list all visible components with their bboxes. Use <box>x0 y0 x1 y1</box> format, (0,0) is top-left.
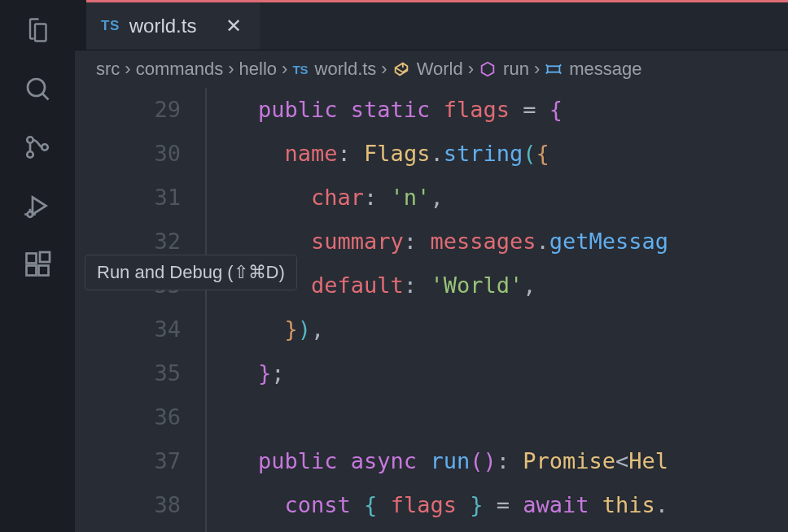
svg-rect-10 <box>27 266 37 276</box>
run-and-debug-icon[interactable] <box>22 190 53 221</box>
close-tab-icon[interactable]: ✕ <box>225 15 242 37</box>
typescript-badge-icon: TS <box>101 18 120 34</box>
code-line[interactable]: name: Flags.string({ <box>205 132 788 176</box>
line-number: 37 <box>75 439 181 483</box>
svg-rect-12 <box>40 252 50 262</box>
svg-rect-11 <box>39 266 49 276</box>
code-line[interactable]: public async run(): Promise<Hel <box>205 439 788 483</box>
svg-rect-13 <box>548 66 560 72</box>
breadcrumb-item[interactable]: src <box>96 59 120 80</box>
breadcrumb-label: commands <box>136 59 224 80</box>
line-number: 29 <box>75 88 181 132</box>
svg-point-0 <box>28 79 45 96</box>
run-and-debug-tooltip: Run and Debug (⇧⌘D) <box>85 255 297 290</box>
code-line[interactable]: }; <box>205 351 788 395</box>
activity-bar <box>0 0 75 532</box>
svg-point-5 <box>28 211 33 217</box>
svg-rect-9 <box>27 254 37 264</box>
breadcrumb-item[interactable]: run <box>479 59 529 80</box>
breadcrumb-label: src <box>96 59 120 80</box>
breadcrumb[interactable]: src›commands›hello›TSworld.ts›World›run›… <box>75 50 788 88</box>
breadcrumb-item[interactable]: commands <box>136 59 224 80</box>
code-line[interactable]: char: 'n', <box>205 176 788 220</box>
code-line[interactable]: const { flags } = await this. <box>205 483 788 527</box>
line-number: 30 <box>75 132 181 176</box>
chevron-right-icon: › <box>125 59 130 80</box>
code-line[interactable]: }), <box>205 307 788 351</box>
svg-point-2 <box>27 137 33 143</box>
line-number: 36 <box>75 395 181 439</box>
code-line[interactable]: public static flags = { <box>205 88 788 132</box>
search-icon[interactable] <box>22 73 53 104</box>
explorer-icon[interactable] <box>22 15 53 46</box>
svg-line-1 <box>42 94 49 100</box>
breadcrumb-label: hello <box>239 59 277 80</box>
tab-bar: TS world.ts ✕ <box>75 0 788 50</box>
extensions-icon[interactable] <box>22 249 53 280</box>
svg-point-4 <box>42 144 48 150</box>
breadcrumb-label: world.ts <box>315 59 377 80</box>
chevron-right-icon: › <box>468 59 474 80</box>
breadcrumb-label: World <box>417 59 463 80</box>
chevron-right-icon: › <box>228 59 234 80</box>
source-control-icon[interactable] <box>22 132 53 163</box>
tab-world-ts[interactable]: TS world.ts ✕ <box>86 2 260 50</box>
breadcrumb-item[interactable]: hello <box>239 59 277 80</box>
code-editor[interactable]: 29303132333435363738 public static flags… <box>75 88 788 532</box>
breadcrumb-label: message <box>569 59 641 80</box>
code-line[interactable] <box>205 395 788 439</box>
chevron-right-icon: › <box>534 59 540 80</box>
line-number: 31 <box>75 176 181 220</box>
line-number: 34 <box>75 307 181 351</box>
breadcrumb-item[interactable]: message <box>545 59 641 80</box>
breadcrumb-item[interactable]: World <box>392 59 463 80</box>
code-content[interactable]: public static flags = { name: Flags.stri… <box>205 88 788 527</box>
breadcrumb-label: run <box>503 59 529 80</box>
svg-line-14 <box>546 65 548 67</box>
svg-line-17 <box>560 72 562 74</box>
breadcrumb-item[interactable]: TSworld.ts <box>292 59 376 80</box>
line-number: 35 <box>75 351 181 395</box>
line-number: 38 <box>75 483 181 527</box>
svg-line-16 <box>546 72 548 74</box>
tab-title: world.ts <box>129 15 197 37</box>
svg-line-15 <box>560 65 562 67</box>
svg-point-3 <box>27 151 33 158</box>
chevron-right-icon: › <box>282 59 287 80</box>
line-number-gutter: 29303132333435363738 <box>75 88 205 532</box>
chevron-right-icon: › <box>381 59 387 80</box>
